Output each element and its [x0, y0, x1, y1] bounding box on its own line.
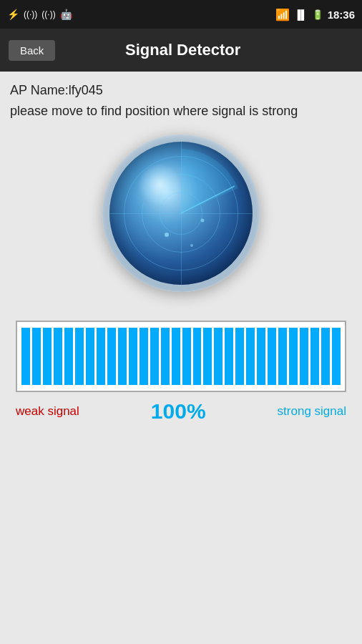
signal-bar — [246, 328, 255, 385]
signal-bar — [193, 328, 202, 385]
radar-display — [109, 142, 253, 285]
signal-bar — [203, 328, 212, 385]
signal-bar — [182, 328, 191, 385]
signal-bar — [21, 328, 30, 385]
strong-signal-label: strong signal — [278, 404, 346, 419]
wifi-signal-icon: 📶 — [275, 8, 290, 21]
svg-point-1 — [165, 233, 169, 237]
status-right: 📶 ▐▌ 🔋 18:36 — [275, 8, 355, 21]
radar-highlight — [138, 163, 181, 206]
radar-container — [10, 135, 352, 292]
nav-bar: Back Signal Detector — [0, 29, 362, 72]
usb-icon: ⚡ — [7, 9, 19, 20]
android-icon: 🤖 — [60, 9, 72, 20]
signal-bar — [129, 328, 137, 385]
battery-icon: 🔋 — [312, 9, 323, 20]
signal-bar — [214, 328, 222, 385]
signal-bar — [289, 328, 298, 385]
signal-bar — [310, 328, 319, 385]
main-content: AP Name:lfy045 please move to find posit… — [0, 72, 362, 435]
radar-outer — [102, 135, 260, 292]
page-title: Signal Detector — [55, 41, 310, 59]
signal-bar — [257, 328, 265, 385]
signal-bar — [300, 328, 308, 385]
signal-bar — [235, 328, 244, 385]
signal-bar — [150, 328, 159, 385]
weak-signal-label: weak signal — [16, 404, 79, 419]
signal-bar — [321, 328, 330, 385]
time-display: 18:36 — [328, 9, 355, 21]
status-bar: ⚡ ((·)) ((·)) 🤖 📶 ▐▌ 🔋 18:36 — [0, 0, 362, 29]
wifi-icon-1: ((·)) — [24, 9, 37, 19]
signal-bar — [54, 328, 62, 385]
radar-sweep — [109, 142, 253, 285]
signal-bar — [32, 328, 41, 385]
ap-name: AP Name:lfy045 — [10, 83, 352, 98]
signal-bars-icon: ▐▌ — [294, 9, 307, 20]
signal-bar — [64, 328, 73, 385]
signal-percent: 100% — [151, 399, 206, 424]
signal-bar — [118, 328, 127, 385]
back-button[interactable]: Back — [9, 40, 55, 61]
wifi-icon-2: ((·)) — [41, 9, 55, 19]
signal-labels: weak signal 100% strong signal — [16, 399, 346, 424]
signal-bar — [140, 328, 148, 385]
signal-bar — [225, 328, 233, 385]
signal-bar — [278, 328, 287, 385]
signal-bar — [332, 328, 341, 385]
signal-bar — [172, 328, 180, 385]
signal-chart — [16, 321, 346, 392]
signal-bar — [97, 328, 105, 385]
signal-bar — [43, 328, 52, 385]
svg-point-3 — [190, 244, 193, 247]
instruction-text: please move to find position where signa… — [10, 102, 352, 120]
signal-bar — [107, 328, 116, 385]
signal-bar — [86, 328, 94, 385]
signal-bar — [161, 328, 170, 385]
status-icons: ⚡ ((·)) ((·)) 🤖 — [7, 9, 72, 20]
signal-bar — [268, 328, 276, 385]
signal-bar — [75, 328, 84, 385]
svg-point-2 — [201, 219, 205, 223]
